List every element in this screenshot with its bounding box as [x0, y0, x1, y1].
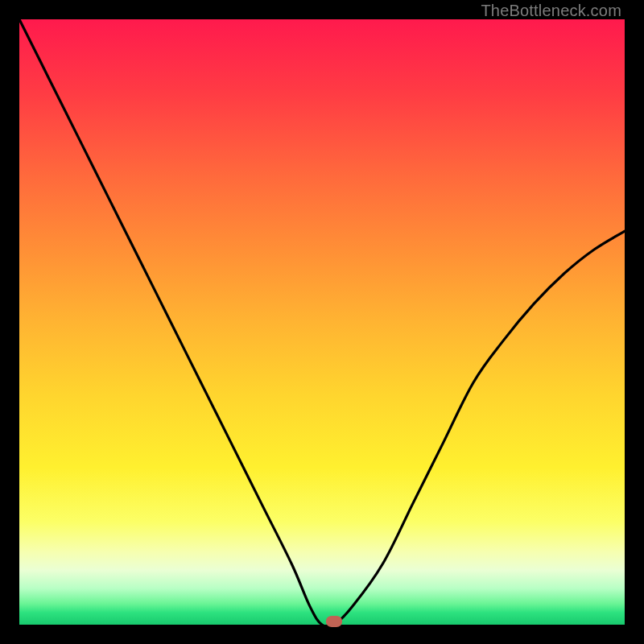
watermark-text: TheBottleneck.com [481, 2, 621, 20]
plot-area [19, 19, 625, 625]
bottleneck-curve [19, 19, 625, 625]
curve-path [19, 19, 625, 627]
optimal-point-marker [326, 616, 342, 627]
chart-frame: TheBottleneck.com [0, 0, 644, 644]
